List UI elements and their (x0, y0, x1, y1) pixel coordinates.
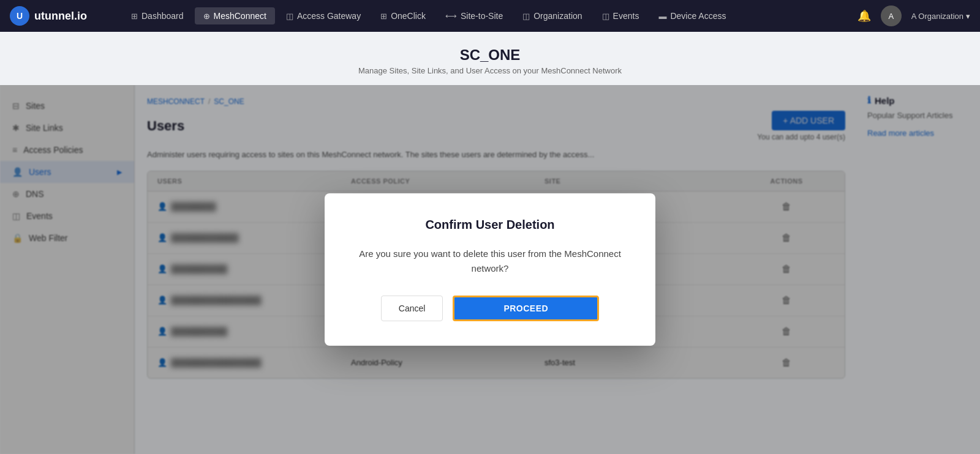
nav-item-events[interactable]: ◫ Events (594, 7, 648, 24)
logo[interactable]: U utunnel.io (10, 6, 108, 26)
nav-item-device-access[interactable]: ▬ Device Access (650, 7, 734, 24)
nav-label-dashboard: Dashboard (141, 11, 184, 21)
nav-item-organization[interactable]: ◫ Organization (514, 7, 590, 24)
page-header: SC_ONE Manage Sites, Site Links, and Use… (0, 32, 980, 85)
notifications-icon[interactable]: 🔔 (858, 9, 871, 23)
oneclick-icon: ⊞ (380, 12, 387, 21)
device-access-icon: ▬ (658, 12, 666, 21)
meshconnect-icon: ⊕ (203, 12, 210, 21)
nav-label-site-to-site: Site-to-Site (461, 11, 503, 21)
logo-icon: U (10, 6, 29, 26)
nav-item-meshconnect[interactable]: ⊕ MeshConnect (195, 7, 275, 24)
events-icon: ◫ (602, 12, 609, 21)
nav-label-oneclick: OneClick (391, 11, 426, 21)
cancel-button[interactable]: Cancel (381, 296, 443, 321)
nav-label-access-gateway: Access Gateway (297, 11, 361, 21)
top-navigation: U utunnel.io ⊞ Dashboard ⊕ MeshConnect ◫… (0, 0, 980, 32)
user-org-label: A Organization (911, 12, 963, 21)
page-subtitle: Manage Sites, Site Links, and User Acces… (0, 66, 980, 75)
nav-label-meshconnect: MeshConnect (214, 11, 266, 21)
site-to-site-icon: ⟷ (445, 12, 457, 21)
nav-items: ⊞ Dashboard ⊕ MeshConnect ◫ Access Gatew… (123, 7, 858, 24)
nav-item-site-to-site[interactable]: ⟷ Site-to-Site (437, 7, 511, 24)
modal-actions: Cancel PROCEED (354, 296, 626, 321)
nav-label-device-access: Device Access (670, 11, 726, 21)
dashboard-icon: ⊞ (131, 12, 138, 21)
confirm-deletion-modal: Confirm User Deletion Are you sure you w… (325, 193, 655, 346)
page-title: SC_ONE (0, 47, 980, 64)
content-area: ⊟ Sites ✱ Site Links ≡ Access Policies 👤… (0, 85, 980, 454)
chevron-down-icon: ▾ (966, 12, 970, 21)
nav-item-access-gateway[interactable]: ◫ Access Gateway (277, 7, 369, 24)
main-wrapper: SC_ONE Manage Sites, Site Links, and Use… (0, 32, 980, 454)
modal-overlay: Confirm User Deletion Are you sure you w… (0, 85, 980, 454)
proceed-button[interactable]: PROCEED (453, 296, 599, 321)
access-gateway-icon: ◫ (286, 12, 293, 21)
user-menu[interactable]: A Organization ▾ (911, 12, 970, 21)
logo-text: utunnel.io (34, 10, 87, 23)
organization-icon: ◫ (522, 12, 530, 21)
avatar[interactable]: A (881, 6, 902, 26)
nav-label-organization: Organization (533, 11, 582, 21)
nav-item-dashboard[interactable]: ⊞ Dashboard (123, 7, 192, 24)
nav-item-oneclick[interactable]: ⊞ OneClick (372, 7, 434, 24)
modal-body: Are you sure you want to delete this use… (354, 247, 626, 276)
nav-right: 🔔 A A Organization ▾ (858, 6, 970, 26)
modal-title: Confirm User Deletion (354, 218, 626, 232)
nav-label-events: Events (613, 11, 639, 21)
